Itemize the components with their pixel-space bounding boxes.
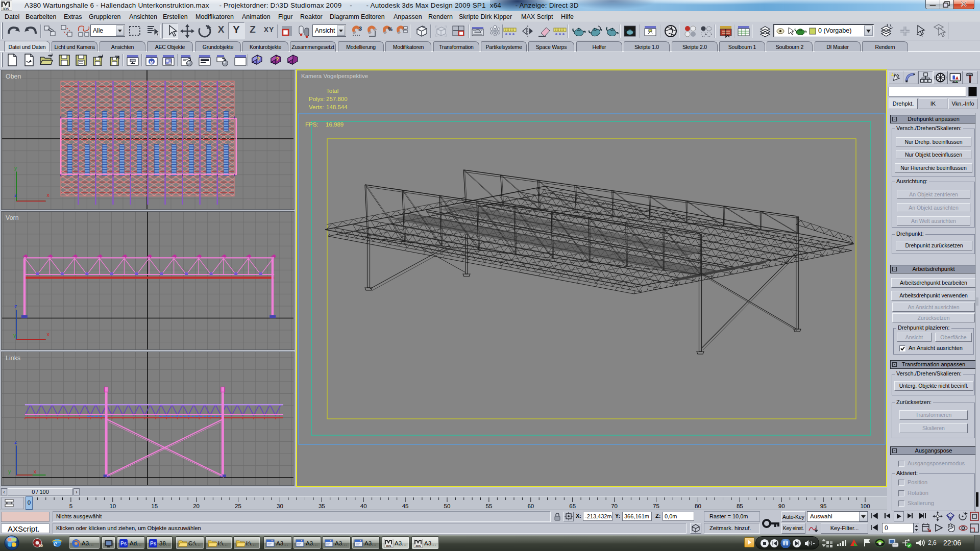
svg-text:3DS: 3DS bbox=[386, 544, 391, 547]
svg-text:75: 75 bbox=[653, 503, 659, 509]
svg-text:Verts:: Verts: bbox=[309, 104, 324, 110]
svg-text:Kamera Vogelperspektive: Kamera Vogelperspektive bbox=[301, 73, 368, 79]
svg-text:FPS:: FPS: bbox=[305, 121, 318, 128]
svg-text:20: 20 bbox=[193, 503, 200, 509]
svg-text:55: 55 bbox=[486, 503, 493, 509]
svg-text:3: 3 bbox=[359, 26, 362, 32]
svg-text:Ps: Ps bbox=[120, 541, 127, 546]
svg-text:148.544: 148.544 bbox=[326, 104, 348, 110]
svg-text:Polys:: Polys: bbox=[309, 96, 325, 102]
svg-text:Vorn: Vorn bbox=[6, 214, 19, 221]
svg-text:16,989: 16,989 bbox=[326, 121, 344, 128]
svg-text:80: 80 bbox=[695, 503, 701, 509]
svg-text:x: x bbox=[46, 331, 50, 337]
svg-text:25: 25 bbox=[235, 503, 241, 509]
svg-text:257.800: 257.800 bbox=[326, 96, 348, 102]
svg-text:x: x bbox=[46, 192, 50, 198]
svg-text:35: 35 bbox=[318, 503, 325, 509]
svg-text:85: 85 bbox=[737, 503, 743, 509]
svg-text:y: y bbox=[13, 332, 16, 338]
svg-text:z: z bbox=[14, 192, 17, 198]
svg-text:x: x bbox=[34, 468, 37, 474]
svg-text:Ps: Ps bbox=[150, 541, 157, 546]
svg-text:3DS: 3DS bbox=[3, 7, 9, 11]
svg-text:15: 15 bbox=[151, 503, 158, 509]
svg-text:95: 95 bbox=[820, 503, 827, 509]
svg-text:Oben: Oben bbox=[6, 73, 21, 80]
svg-text:Total: Total bbox=[326, 88, 338, 94]
svg-text:40: 40 bbox=[360, 503, 367, 509]
svg-text:Links: Links bbox=[6, 355, 20, 362]
svg-text:z: z bbox=[14, 439, 17, 445]
svg-text:%: % bbox=[388, 27, 393, 32]
svg-text:60: 60 bbox=[527, 503, 534, 509]
svg-text:50: 50 bbox=[444, 503, 451, 509]
svg-text:z: z bbox=[14, 303, 17, 309]
svg-text:100: 100 bbox=[860, 503, 870, 509]
svg-text:y: y bbox=[14, 165, 17, 171]
svg-text:?: ? bbox=[257, 56, 260, 62]
svg-text:45: 45 bbox=[402, 503, 409, 509]
svg-text:3DS: 3DS bbox=[415, 544, 421, 547]
svg-text:M: M bbox=[150, 60, 154, 65]
svg-text:5: 5 bbox=[69, 503, 72, 509]
svg-text:30: 30 bbox=[277, 503, 283, 509]
svg-text:65: 65 bbox=[569, 503, 576, 509]
svg-text:?: ? bbox=[276, 56, 279, 62]
svg-text:90: 90 bbox=[778, 503, 785, 509]
svg-text:60: 60 bbox=[39, 544, 43, 547]
svg-text:10: 10 bbox=[109, 503, 116, 509]
svg-text:y: y bbox=[8, 468, 11, 474]
svg-text:70: 70 bbox=[611, 503, 618, 509]
